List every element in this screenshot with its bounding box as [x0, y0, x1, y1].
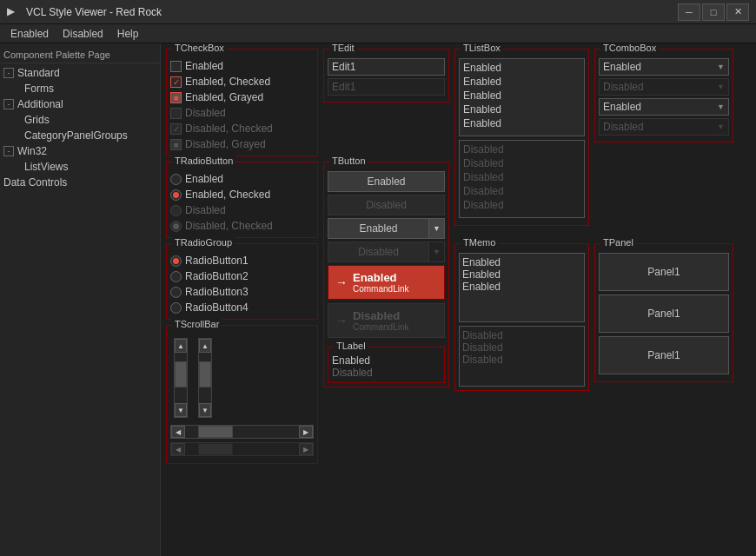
expand-additional[interactable]: - [3, 99, 14, 109]
sidebar-item-additional[interactable]: - Additional [0, 96, 160, 112]
sidebar-label-datacontrols: Data Controls [3, 176, 67, 189]
cb-disabled: Disabled [170, 105, 314, 121]
cb-enabled-box[interactable] [170, 61, 182, 72]
combo-enabled-2[interactable]: Enabled ▼ [599, 98, 729, 116]
cb-enabled: Enabled [170, 58, 314, 74]
scroll-right-btn-1[interactable]: ▶ [299, 426, 313, 438]
cb-disabled-checked-label: Disabled, Checked [185, 122, 273, 135]
rb-enabled-circle[interactable] [170, 174, 182, 185]
rg-item-3: RadioButton3 [170, 284, 314, 300]
scrollbar-horiz-1[interactable]: ◀ ▶ [170, 425, 314, 439]
scroll-track-2 [199, 353, 211, 403]
scroll-down-btn-1[interactable]: ▼ [175, 403, 187, 417]
scroll-left-btn-2: ◀ [171, 443, 185, 455]
cb-disabled-grayed: ■ Disabled, Grayed [170, 136, 314, 152]
tedit-enabled[interactable] [328, 58, 445, 76]
cmd-arrow-disabled: → [335, 314, 348, 328]
combo-arrow-3: ▼ [717, 103, 725, 111]
tlabel-disabled: Disabled [332, 367, 441, 379]
tradiogroup-group: TRadioGroup RadioButton1 RadioButton2 Ra… [166, 243, 318, 320]
content-area: TCheckBox Enabled ✓ Enabled, Checked ■ E… [161, 43, 756, 556]
sidebar-label-additional: Additional [17, 98, 63, 110]
btn-enabled[interactable]: Enabled [328, 171, 445, 192]
list-item: Enabled [461, 103, 582, 116]
tcombobox-group: TComboBox Enabled ▼ Disabled ▼ Enabled ▼… [594, 49, 733, 142]
cb-enabled-grayed-box[interactable]: ■ [170, 92, 182, 103]
sidebar-item-standard[interactable]: - Standard [0, 65, 160, 81]
list-item: Disabled [461, 142, 582, 156]
tscrollbar-title: TScrollBar [172, 319, 222, 329]
cb-disabled-checked: ✓ Disabled, Checked [170, 121, 314, 136]
tlistbox-enabled[interactable]: Enabled Enabled Enabled Enabled Enabled [459, 58, 585, 136]
tcombobox-title: TComboBox [600, 43, 659, 53]
rg-circle-4[interactable] [170, 302, 182, 314]
cb-disabled-checked-box: ✓ [170, 123, 182, 135]
cb-enabled-label: Enabled [185, 60, 223, 72]
close-button[interactable]: ✕ [726, 3, 749, 21]
minimize-button[interactable]: ─ [678, 3, 700, 21]
sidebar-label-forms: Forms [24, 83, 54, 95]
rb-enabled-checked-circle[interactable] [170, 189, 182, 201]
sidebar-item-categorypanelgroups[interactable]: CategoryPanelGroups [0, 128, 160, 143]
sidebar-label-win32: Win32 [17, 145, 47, 157]
horiz-thumb-1[interactable] [198, 426, 233, 438]
combo-enabled-1[interactable]: Enabled ▼ [599, 58, 729, 76]
scroll-thumb-1[interactable] [175, 361, 187, 387]
rb-disabled-label: Disabled [185, 204, 226, 216]
cmdlink-enabled[interactable]: → Enabled CommandLink [328, 265, 445, 300]
maximize-button[interactable]: □ [702, 3, 725, 21]
scroll-thumb-2[interactable] [199, 361, 211, 387]
scrollbar-vert-2[interactable]: ▲ ▼ [198, 338, 212, 418]
cb-disabled-box [170, 108, 182, 119]
expand-win32[interactable]: - [3, 146, 14, 156]
cb-enabled-checked-box[interactable]: ✓ [170, 76, 182, 88]
list-item: Disabled [461, 184, 582, 198]
rg-circle-3[interactable] [170, 287, 182, 298]
menubar: Enabled Disabled Help [0, 24, 756, 43]
tmemo-enabled[interactable]: Enabled Enabled Enabled [459, 253, 585, 322]
scroll-right-btn-2: ▶ [299, 443, 313, 455]
rb-enabled-checked: Enabled, Checked [170, 187, 314, 202]
tlabel-enabled: Enabled [332, 354, 441, 367]
scroll-up-btn-2[interactable]: ▲ [199, 339, 211, 353]
cmd-arrow-enabled: → [335, 275, 348, 289]
rb-disabled-checked-circle [170, 221, 182, 232]
btn-dropdown-enabled-arrow[interactable]: ▼ [429, 218, 445, 239]
menu-disabled[interactable]: Disabled [56, 26, 110, 42]
sidebar-item-listviews[interactable]: ListViews [0, 159, 160, 175]
cmd-text-disabled: Disabled CommandLink [353, 309, 408, 332]
menu-help[interactable]: Help [110, 26, 146, 42]
scroll-left-btn-1[interactable]: ◀ [171, 426, 185, 438]
tradiobutton-title: TRadioButton [172, 156, 235, 166]
tbutton-content: Enabled Disabled Enabled ▼ Disabled ▼ → … [328, 171, 445, 383]
tcheckbox-title: TCheckBox [172, 43, 227, 53]
menu-enabled[interactable]: Enabled [3, 26, 56, 42]
scroll-track-1 [175, 353, 187, 403]
sidebar-label-cpg: CategoryPanelGroups [24, 129, 128, 142]
tpanel-title: TPanel [600, 237, 636, 248]
expand-standard[interactable]: - [3, 68, 14, 78]
sidebar: Component Palette Page - Standard Forms … [0, 43, 161, 556]
rg-circle-2[interactable] [170, 271, 182, 282]
sidebar-item-datacontrols[interactable]: Data Controls [0, 175, 160, 190]
titlebar-buttons: ─ □ ✕ [678, 3, 749, 21]
sidebar-header: Component Palette Page [0, 47, 160, 63]
sidebar-item-win32[interactable]: - Win32 [0, 143, 160, 159]
rg-circle-1[interactable] [170, 255, 182, 267]
btn-dropdown-disabled-arrow: ▼ [429, 242, 445, 262]
scrollbar-vert-1[interactable]: ▲ ▼ [174, 338, 188, 418]
btn-dropdown-enabled-main[interactable]: Enabled [328, 218, 429, 239]
tradiogroup-title: TRadioGroup [172, 237, 235, 248]
sidebar-item-forms[interactable]: Forms [0, 81, 160, 96]
scrollbar-horiz-2: ◀ ▶ [170, 442, 314, 456]
cb-disabled-grayed-box: ■ [170, 139, 182, 150]
sidebar-item-grids[interactable]: Grids [0, 112, 160, 128]
tedit-title: TEdit [329, 43, 357, 53]
list-item: Disabled [461, 170, 582, 184]
tmemo-title: TMemo [461, 237, 498, 248]
tmemo-content: Enabled Enabled Enabled Disabled Disable… [459, 253, 585, 387]
memo-item: Enabled [462, 281, 581, 293]
scroll-down-btn-2[interactable]: ▼ [199, 403, 211, 417]
btn-dropdown-disabled: Disabled ▼ [328, 242, 445, 262]
scroll-up-btn-1[interactable]: ▲ [175, 339, 187, 353]
